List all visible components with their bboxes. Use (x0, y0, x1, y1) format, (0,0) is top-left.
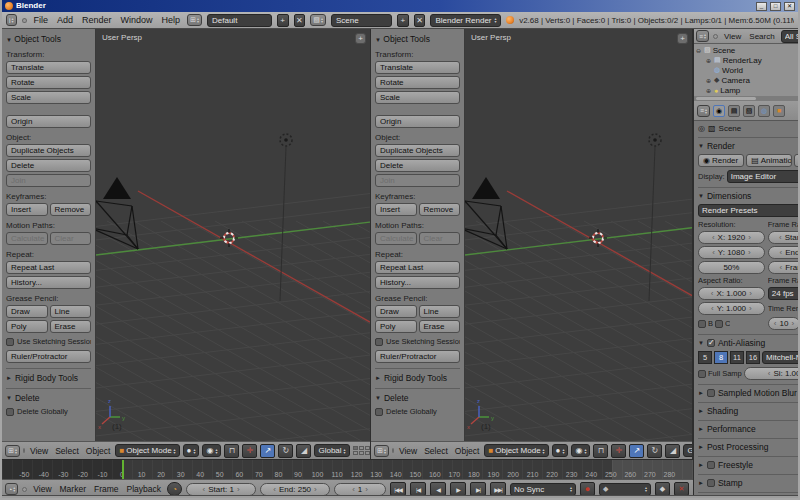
frame-rate-selector[interactable]: 24 fps (768, 287, 800, 300)
collapse-icon[interactable]: ⊖ (696, 47, 702, 54)
menu-view[interactable]: View (722, 32, 743, 41)
repeat-last-button[interactable]: Repeat Last (375, 261, 460, 274)
translate-button[interactable]: Translate (6, 61, 91, 74)
draw-button[interactable]: Draw (375, 305, 417, 318)
scale-button[interactable]: Scale (375, 91, 460, 104)
ruler-protractor-button[interactable]: Ruler/Protractor (375, 350, 460, 363)
render-presets-selector[interactable]: Render Presets (698, 204, 800, 217)
tab-world[interactable]: ◍ (758, 105, 770, 117)
screen-layout-icon-button[interactable]: ⊞ (187, 14, 202, 26)
outliner-item-scene[interactable]: ⊖▧Scene (696, 45, 800, 55)
snap-toggle[interactable]: ⊓ (593, 444, 608, 458)
header-collapse-toggle[interactable] (392, 448, 394, 453)
frame-end-field[interactable]: End: 250 (260, 483, 330, 496)
use-sketching-sessions-checkbox[interactable] (375, 338, 383, 346)
aa-samples-16[interactable]: 16 (746, 351, 760, 364)
jump-to-next-keyframe-button[interactable]: ▶| (470, 482, 486, 496)
outliner-item-renderlay[interactable]: ⊕▤RenderLay (696, 55, 800, 65)
menu-frame[interactable]: Frame (92, 484, 121, 494)
sync-mode-selector[interactable]: No Sync (510, 483, 576, 496)
object-tools-panel-header[interactable]: ▼ Object Tools (375, 34, 460, 44)
menu-playback[interactable]: Playback (125, 484, 164, 494)
menu-view[interactable]: View (28, 446, 50, 456)
layer-cell[interactable] (359, 451, 364, 455)
calculate-button[interactable]: Calculate (6, 232, 48, 245)
layer-cell[interactable] (353, 446, 358, 450)
poly-button[interactable]: Poly (375, 320, 417, 333)
frame-step-field[interactable]: Frame: 1 (768, 261, 800, 274)
duplicate-objects-button[interactable]: Duplicate Objects (375, 144, 460, 157)
layer-cell[interactable] (353, 451, 358, 455)
origin-button[interactable]: Origin (6, 115, 91, 128)
header-collapse-toggle[interactable] (23, 448, 25, 453)
duplicate-objects-button[interactable]: Duplicate Objects (6, 144, 91, 157)
freestyle-panel-header[interactable]: ►Freestyle (698, 456, 800, 470)
menu-file[interactable]: File (32, 15, 51, 25)
editor-type-button[interactable]: ⊞ (5, 445, 20, 457)
viewport-shading-selector[interactable]: ● (183, 444, 200, 457)
delete-globally-checkbox[interactable] (6, 408, 14, 416)
render-panel-header[interactable]: ▼Render (698, 137, 800, 151)
manipulator-toggle[interactable]: ✛ (611, 444, 626, 458)
timeline-ruler[interactable]: -50-40-30-20-100102030405060708090100110… (2, 459, 693, 479)
aa-samples-8[interactable]: 8 (714, 351, 728, 364)
frame-start-field[interactable]: Start: 1 (186, 483, 256, 496)
tab-render[interactable]: ◉ (713, 105, 725, 117)
render-animation-button[interactable]: ▤Animation (746, 154, 792, 167)
layer-buttons[interactable] (353, 446, 370, 455)
translate-manipulator-button[interactable]: ↗ (629, 444, 644, 458)
maximize-button[interactable]: □ (770, 2, 781, 11)
play-reverse-button[interactable]: ◀ (430, 482, 446, 496)
rotate-manipulator-button[interactable]: ↻ (647, 444, 662, 458)
object-tools-panel-header[interactable]: ▼ Object Tools (6, 34, 91, 44)
line-button[interactable]: Line (50, 305, 92, 318)
menu-view[interactable]: View (31, 484, 53, 494)
layer-cell[interactable] (365, 446, 370, 450)
menu-object[interactable]: Object (84, 446, 113, 456)
scale-button[interactable]: Scale (6, 91, 91, 104)
history-button[interactable]: History... (375, 276, 460, 289)
delete-keyframe-button[interactable]: ✕ (674, 482, 689, 496)
ruler-protractor-button[interactable]: Ruler/Protractor (6, 350, 91, 363)
editor-type-button[interactable]: ⊞ (374, 445, 389, 457)
calculate-button[interactable]: Calculate (375, 232, 417, 245)
stamp-panel-header[interactable]: ►Stamp (698, 474, 800, 488)
time-remap-old-field[interactable]: 10 (768, 317, 800, 330)
screen-layout-selector[interactable]: Default (207, 14, 272, 27)
add-scene-button[interactable]: + (397, 14, 409, 27)
tab-render-layers[interactable]: ▤ (728, 105, 740, 117)
pivot-point-selector[interactable]: ◉ (202, 444, 221, 457)
end-frame-field[interactable]: End: 250 (768, 246, 800, 259)
aa-filter-selector[interactable]: Mitchell-N (762, 351, 800, 364)
rigid-body-tools-panel-header[interactable]: ► Rigid Body Tools (375, 368, 460, 383)
transform-orientation-selector[interactable]: Global (314, 444, 349, 457)
outliner-item-world[interactable]: ◍World (696, 65, 800, 75)
anti-aliasing-checkbox[interactable] (707, 339, 715, 347)
minimize-button[interactable]: _ (756, 2, 767, 11)
scale-manipulator-button[interactable]: ◢ (665, 444, 680, 458)
editor-type-button[interactable]: i (6, 14, 17, 26)
translate-button[interactable]: Translate (375, 61, 460, 74)
scene-icon-button[interactable]: ▧ (310, 14, 326, 26)
rotate-button[interactable]: Rotate (6, 76, 91, 89)
expand-icon[interactable]: ⊕ (706, 87, 712, 94)
anti-aliasing-panel-header[interactable]: ▼Anti-Aliasing (698, 334, 800, 348)
aa-samples-11[interactable]: 11 (730, 351, 744, 364)
header-collapse-toggle[interactable] (22, 487, 27, 492)
close-button[interactable]: ✕ (784, 2, 795, 11)
expand-icon[interactable]: ⊕ (706, 77, 712, 84)
aa-samples-5[interactable]: 5 (698, 351, 712, 364)
mode-selector[interactable]: ■Object Mode (115, 444, 179, 457)
insert-keyframe-button[interactable]: ◆ (655, 482, 670, 496)
use-sketching-sessions-checkbox[interactable] (6, 338, 14, 346)
jump-to-start-button[interactable]: |◀◀ (390, 482, 406, 496)
clear-button[interactable]: Clear (50, 232, 92, 245)
header-collapse-toggle[interactable] (713, 34, 718, 39)
transform-orientation-selector[interactable]: Global (683, 444, 692, 457)
editor-type-button[interactable]: ◔ (5, 483, 18, 495)
repeat-last-button[interactable]: Repeat Last (6, 261, 91, 274)
pivot-point-selector[interactable]: ◉ (571, 444, 590, 457)
aspect-x-field[interactable]: X: 1.000 (698, 287, 765, 300)
outliner-item-lamp[interactable]: ⊕●Lamp⊙↖▣ (696, 85, 800, 95)
resolution-y-field[interactable]: Y: 1080 (698, 246, 765, 259)
